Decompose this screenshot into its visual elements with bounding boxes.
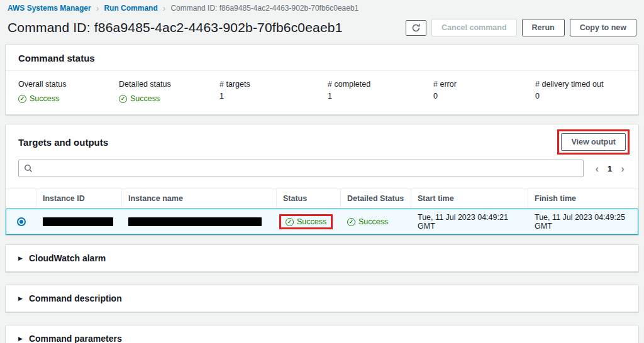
redacted-instance-name xyxy=(128,217,262,226)
command-status-panel: Command status Overall status ✓ Success … xyxy=(5,44,639,115)
rerun-button[interactable]: Rerun xyxy=(522,19,565,36)
cancel-command-button[interactable]: Cancel command xyxy=(431,19,517,36)
column-header-instance-id: Instance ID xyxy=(36,189,121,208)
previous-page-button[interactable]: ‹ xyxy=(595,163,599,174)
command-status-header: Command status xyxy=(6,45,638,71)
breadcrumb-link-run-command[interactable]: Run Command xyxy=(104,4,157,13)
row-start-time: Tue, 11 Jul 2023 04:49:21 GMT xyxy=(411,209,528,234)
breadcrumb-current: Command ID: f86a9485-4ac2-4463-902b-70fb… xyxy=(170,4,358,13)
success-check-icon: ✓ xyxy=(18,95,26,103)
column-header-start-time: Start time xyxy=(411,189,528,208)
expand-arrow-icon: ▶ xyxy=(18,295,23,302)
copy-to-new-button[interactable]: Copy to new xyxy=(570,19,636,36)
section-command-parameters[interactable]: ▶ Command parameters xyxy=(5,325,639,343)
section-label: Command parameters xyxy=(29,334,122,343)
column-header-status: Status xyxy=(276,189,340,208)
delivery-timed-out-count: 0 xyxy=(535,92,603,101)
targets-toolbar: ‹ 1 › xyxy=(6,158,638,177)
expand-arrow-icon: ▶ xyxy=(18,335,23,342)
section-cloudwatch-alarm[interactable]: ▶ CloudWatch alarm xyxy=(5,244,639,272)
targets-header: Targets and outputs View output xyxy=(6,124,638,158)
row-radio-button[interactable] xyxy=(17,217,26,226)
stat-delivery-timed-out: # delivery timed out 0 xyxy=(535,80,603,103)
current-page-button[interactable]: 1 xyxy=(608,164,612,173)
refresh-icon xyxy=(411,23,421,33)
section-command-description[interactable]: ▶ Command description xyxy=(5,285,639,312)
annotation-highlight-status: ✓ Success xyxy=(279,214,333,229)
command-status-stats: Overall status ✓ Success Detailed status… xyxy=(6,71,638,114)
breadcrumb-separator-icon: › xyxy=(96,4,99,13)
stat-targets: # targets 1 xyxy=(219,80,328,103)
command-status-title: Command status xyxy=(18,53,626,63)
redacted-instance-id xyxy=(43,217,113,226)
stat-error: # error 0 xyxy=(433,80,535,103)
stat-completed: # completed 1 xyxy=(328,80,433,103)
row-detailed-status: Success xyxy=(358,217,388,226)
success-check-icon: ✓ xyxy=(119,95,127,103)
targets-title: Targets and outputs xyxy=(18,137,108,148)
targets-table: Instance ID Instance name Status Detaile… xyxy=(6,188,638,235)
next-page-button[interactable]: › xyxy=(621,163,625,174)
search-input[interactable] xyxy=(36,164,578,173)
search-box[interactable] xyxy=(18,160,584,177)
breadcrumb: AWS Systems Manager › Run Command › Comm… xyxy=(0,0,644,14)
row-finish-time: Tue, 11 Jul 2023 04:49:25 GMT xyxy=(528,209,638,234)
column-header-instance-name: Instance name xyxy=(121,189,276,208)
row-status: Success xyxy=(297,217,326,226)
refresh-button[interactable] xyxy=(406,20,426,36)
stat-overall-status: Overall status ✓ Success xyxy=(18,80,119,103)
table-header-row: Instance ID Instance name Status Detaile… xyxy=(6,188,638,209)
completed-count: 1 xyxy=(328,92,433,101)
breadcrumb-link-systems-manager[interactable]: AWS Systems Manager xyxy=(8,4,91,13)
column-header-detailed-status: Detailed Status xyxy=(340,189,411,208)
targets-and-outputs-panel: Targets and outputs View output ‹ 1 › In… xyxy=(5,124,639,236)
view-output-button[interactable]: View output xyxy=(561,133,626,151)
section-label: Command description xyxy=(29,293,122,303)
page-title: Command ID: f86a9485-4ac2-4463-902b-70fb… xyxy=(8,20,343,35)
table-row[interactable]: ✓ Success ✓ Success Tue, 11 Jul 2023 04:… xyxy=(6,209,638,235)
pagination: ‹ 1 › xyxy=(584,163,630,174)
header-actions: Cancel command Rerun Copy to new xyxy=(406,19,636,36)
error-count: 0 xyxy=(433,92,535,101)
overall-status-value: Success xyxy=(30,94,59,103)
page-header: Command ID: f86a9485-4ac2-4463-902b-70fb… xyxy=(0,14,644,44)
detailed-status-value: Success xyxy=(130,94,160,103)
search-icon xyxy=(24,164,33,173)
column-header-finish-time: Finish time xyxy=(528,189,638,208)
expand-arrow-icon: ▶ xyxy=(18,255,23,261)
annotation-highlight-view-output: View output xyxy=(557,129,630,155)
breadcrumb-separator-icon: › xyxy=(163,4,166,13)
stat-detailed-status: Detailed status ✓ Success xyxy=(119,80,219,103)
success-check-icon: ✓ xyxy=(347,218,355,226)
success-check-icon: ✓ xyxy=(286,218,294,226)
targets-count: 1 xyxy=(219,92,328,101)
radio-column-header xyxy=(6,189,36,208)
section-label: CloudWatch alarm xyxy=(29,253,106,263)
